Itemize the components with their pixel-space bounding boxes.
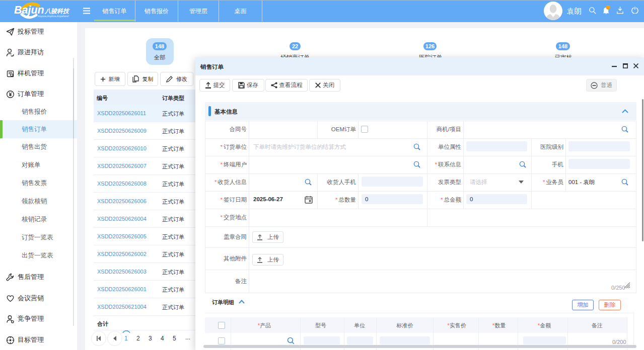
svg-text:Anyone,Anytime,Anywhere!: Anyone,Anytime,Anywhere! xyxy=(37,15,69,18)
svg-text:八骏科技: 八骏科技 xyxy=(44,8,70,15)
